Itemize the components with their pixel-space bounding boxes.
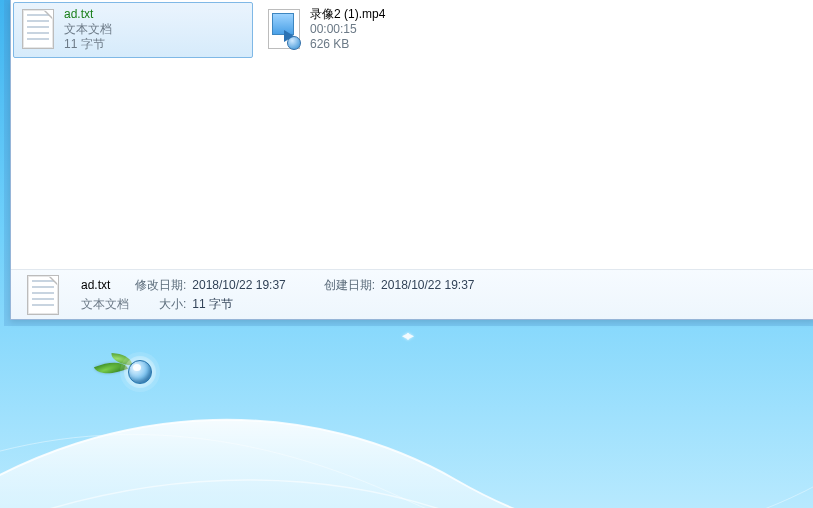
- file-type-label: 文本文档: [64, 22, 112, 37]
- details-modified-label: 修改日期:: [135, 277, 186, 294]
- desktop-arrow-decoration: ◂▸: [402, 327, 412, 343]
- file-tile-video[interactable]: 录像2 (1).mp4 00:00:15 626 KB: [259, 2, 499, 58]
- file-name: ad.txt: [64, 7, 112, 22]
- file-size-label: 626 KB: [310, 37, 385, 52]
- desktop-leaf-decoration: [94, 357, 128, 378]
- file-duration-label: 00:00:15: [310, 22, 385, 37]
- details-filename: ad.txt: [81, 278, 129, 292]
- file-size-label: 11 字节: [64, 37, 112, 52]
- details-pane: ad.txt 修改日期: 2018/10/22 19:37 创建日期: 2018…: [11, 269, 813, 319]
- file-tile-text: 录像2 (1).mp4 00:00:15 626 KB: [304, 5, 385, 52]
- video-file-icon: [264, 5, 304, 53]
- details-size-value: 11 字节: [192, 296, 285, 313]
- details-grid: ad.txt 修改日期: 2018/10/22 19:37 创建日期: 2018…: [81, 277, 481, 313]
- desktop-orb-decoration: [128, 360, 152, 384]
- file-tile-text: ad.txt 文本文档 11 字节: [58, 5, 112, 52]
- file-list[interactable]: ad.txt 文本文档 11 字节 录像2 (1).mp4 00:00:15 6…: [11, 0, 813, 269]
- details-type: 文本文档: [81, 296, 129, 313]
- details-size-label: 大小:: [135, 296, 186, 313]
- details-modified-value: 2018/10/22 19:37: [192, 278, 285, 292]
- details-file-icon: [19, 275, 67, 315]
- text-file-icon: [18, 5, 58, 53]
- file-tile-ad-txt[interactable]: ad.txt 文本文档 11 字节: [13, 2, 253, 58]
- details-created-label: 创建日期:: [324, 277, 375, 294]
- details-created-value: 2018/10/22 19:37: [381, 278, 474, 292]
- explorer-window: ad.txt 文本文档 11 字节 录像2 (1).mp4 00:00:15 6…: [10, 0, 813, 320]
- desktop-swoosh-decoration: [0, 360, 813, 508]
- file-name: 录像2 (1).mp4: [310, 7, 385, 22]
